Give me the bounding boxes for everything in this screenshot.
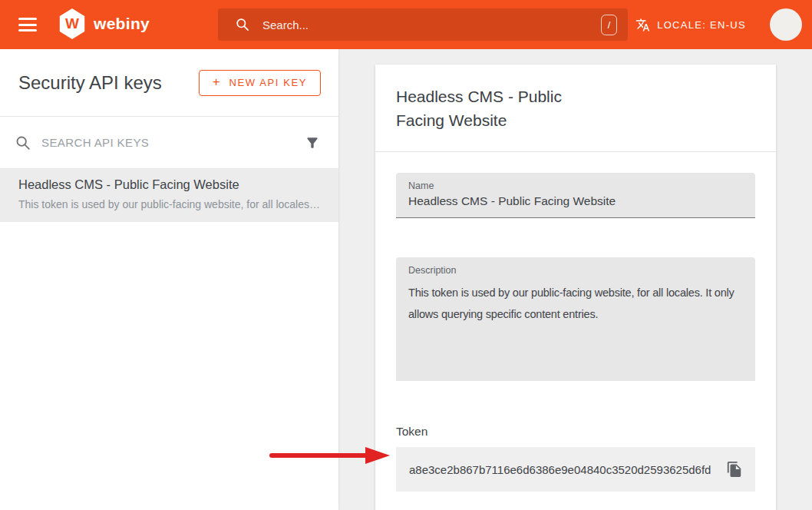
keyboard-shortcut-badge: / xyxy=(601,15,617,35)
name-field-label: Name xyxy=(408,180,743,191)
name-input[interactable] xyxy=(408,191,743,213)
webiny-logo[interactable]: W webiny xyxy=(58,8,150,39)
detail-area: Headless CMS - Public Facing Website Nam… xyxy=(338,49,812,510)
page-title: Security API keys xyxy=(18,72,162,94)
top-bar-right: LOCALE: EN-US xyxy=(635,0,812,49)
api-keys-panel: Security API keys + NEW API KEY Headless… xyxy=(0,49,338,510)
name-field: Name xyxy=(396,173,755,218)
api-key-list-item[interactable]: Headless CMS - Public Facing Website Thi… xyxy=(0,168,338,222)
description-field-label: Description xyxy=(408,265,743,276)
plus-icon: + xyxy=(213,75,220,90)
token-value: a8e3ce2b867b7116e6d6386e9e04840c3520d259… xyxy=(409,463,723,476)
hamburger-menu-icon[interactable] xyxy=(18,16,37,33)
locale-label: LOCALE: EN-US xyxy=(657,19,746,31)
new-api-key-label: NEW API KEY xyxy=(229,77,307,88)
detail-title: Headless CMS - Public Facing Website xyxy=(396,84,588,132)
api-keys-header: Security API keys + NEW API KEY xyxy=(0,49,338,117)
api-keys-search-row xyxy=(0,117,338,168)
api-keys-search-input[interactable] xyxy=(41,136,295,149)
locale-selector[interactable]: LOCALE: EN-US xyxy=(635,18,746,32)
global-search-input[interactable] xyxy=(262,18,601,31)
webiny-hexagon-icon: W xyxy=(58,8,86,39)
search-icon xyxy=(235,17,250,32)
global-search-bar[interactable]: / xyxy=(218,8,628,41)
top-bar: W webiny / LOCALE: EN-US xyxy=(0,0,812,49)
logo-text: webiny xyxy=(94,15,150,33)
logo-letter: W xyxy=(65,15,79,32)
description-field: Description This token is used by our pu… xyxy=(396,257,755,381)
user-avatar[interactable] xyxy=(770,8,802,41)
api-key-detail-card: Headless CMS - Public Facing Website Nam… xyxy=(375,65,776,510)
list-item-description: This token is used by our public-facing … xyxy=(18,198,320,210)
copy-icon xyxy=(726,461,743,478)
token-box: a8e3ce2b867b7116e6d6386e9e04840c3520d259… xyxy=(396,447,755,492)
translate-icon xyxy=(635,18,650,32)
search-icon xyxy=(15,134,31,151)
detail-form: Name Description This token is used by o… xyxy=(375,152,776,510)
new-api-key-button[interactable]: + NEW API KEY xyxy=(199,70,321,96)
description-textarea[interactable]: This token is used by our public-facing … xyxy=(408,282,743,373)
list-item-title: Headless CMS - Public Facing Website xyxy=(18,177,320,192)
detail-card-header: Headless CMS - Public Facing Website xyxy=(375,65,776,152)
copy-token-button[interactable] xyxy=(723,458,746,481)
token-label: Token xyxy=(396,425,755,439)
filter-icon xyxy=(305,135,320,151)
filter-button[interactable] xyxy=(305,135,320,151)
